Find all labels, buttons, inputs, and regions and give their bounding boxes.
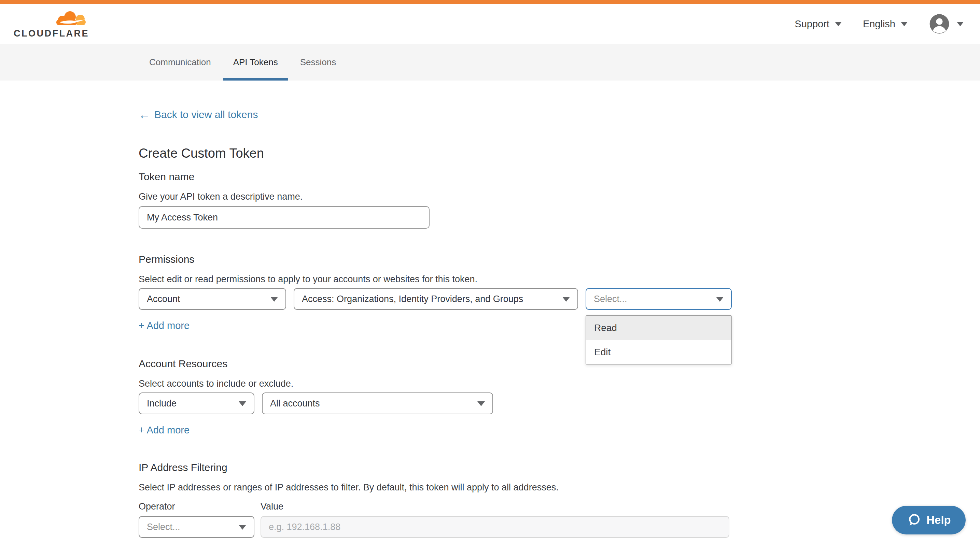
ip-operator-placeholder: Select... <box>147 522 180 532</box>
ip-filtering-labels: Operator Value <box>138 501 980 512</box>
chevron-down-icon <box>477 401 485 406</box>
language-menu[interactable]: English <box>863 18 908 30</box>
permission-level-placeholder: Select... <box>594 294 627 305</box>
ip-filtering-row: Select... <box>138 516 980 538</box>
operator-label: Operator <box>138 501 261 512</box>
menu-item-read[interactable]: Read <box>586 316 732 340</box>
header-nav: Support English <box>795 13 964 35</box>
menu-item-read-label: Read <box>594 322 617 333</box>
active-tab-underline <box>223 78 288 81</box>
back-link-row: ← Back to view all tokens <box>138 108 980 121</box>
tab-communication-label: Communication <box>149 57 211 68</box>
chevron-down-icon <box>716 297 724 302</box>
menu-item-edit[interactable]: Edit <box>586 340 732 364</box>
ip-operator-select[interactable]: Select... <box>138 516 255 538</box>
cloudflare-create-token-page: CLOUDFLARE Support English Comm <box>0 0 980 544</box>
token-name-description: Give your API token a descriptive name. <box>138 191 980 202</box>
permission-level-menu: Read Edit <box>585 316 732 365</box>
support-menu[interactable]: Support <box>795 18 842 30</box>
cloudflare-cloud-icon <box>53 9 88 29</box>
value-label: Value <box>261 501 283 512</box>
chevron-down-icon <box>270 297 278 302</box>
permissions-description: Select edit or read permissions to apply… <box>138 274 980 285</box>
profile-tabbar: Communication API Tokens Sessions <box>0 44 980 81</box>
resource-accounts-select[interactable]: All accounts <box>262 392 493 414</box>
main-content: ← Back to view all tokens Create Custom … <box>0 108 980 538</box>
account-resources-select-row: Include All accounts <box>138 392 980 414</box>
ip-filtering-heading: IP Address Filtering <box>138 462 980 474</box>
account-resources-add-more-link[interactable]: + Add more <box>138 424 189 436</box>
account-resources-heading: Account Resources <box>138 358 980 370</box>
permission-level-select[interactable]: Select... <box>585 288 732 310</box>
tab-api-tokens-label: API Tokens <box>233 57 278 68</box>
cloudflare-logo[interactable]: CLOUDFLARE <box>14 9 89 39</box>
language-menu-label: English <box>863 18 895 30</box>
tab-sessions-label: Sessions <box>300 57 336 68</box>
chevron-down-icon <box>239 525 246 530</box>
page-title: Create Custom Token <box>138 145 980 161</box>
header: CLOUDFLARE Support English <box>0 4 980 44</box>
token-name-input[interactable] <box>138 206 430 228</box>
user-avatar-icon <box>929 13 950 35</box>
permission-group-value: Access: Organizations, Identity Provider… <box>302 294 523 305</box>
chevron-down-icon <box>957 22 964 26</box>
back-to-tokens-link[interactable]: ← Back to view all tokens <box>138 108 258 121</box>
resource-accounts-value: All accounts <box>270 398 320 409</box>
permission-scope-select[interactable]: Account <box>138 288 286 310</box>
tab-sessions[interactable]: Sessions <box>290 44 347 81</box>
menu-item-edit-label: Edit <box>594 347 611 358</box>
chevron-down-icon <box>835 22 842 26</box>
tab-api-tokens[interactable]: API Tokens <box>223 44 288 81</box>
permissions-heading: Permissions <box>138 253 980 265</box>
help-button-label: Help <box>926 514 951 527</box>
permissions-add-more-link[interactable]: + Add more <box>138 319 189 332</box>
tab-communication[interactable]: Communication <box>139 44 221 81</box>
account-menu[interactable] <box>929 13 964 35</box>
ip-filtering-description: Select IP addresses or ranges of IP addr… <box>138 482 980 493</box>
chevron-down-icon <box>239 401 246 406</box>
back-link-label: Back to view all tokens <box>154 108 258 121</box>
resource-mode-value: Include <box>147 398 177 409</box>
chat-bubble-icon <box>907 513 921 527</box>
resource-mode-select[interactable]: Include <box>138 392 255 414</box>
help-button[interactable]: Help <box>892 506 966 534</box>
back-arrow-icon: ← <box>138 108 150 121</box>
account-resources-description: Select accounts to include or exclude. <box>138 378 980 389</box>
cloudflare-wordmark: CLOUDFLARE <box>14 29 89 39</box>
chevron-down-icon <box>562 297 570 302</box>
permission-group-select[interactable]: Access: Organizations, Identity Provider… <box>294 288 578 310</box>
permissions-select-row: Account Access: Organizations, Identity … <box>138 288 980 310</box>
chevron-down-icon <box>901 22 908 26</box>
top-orange-bar <box>0 0 980 4</box>
ip-value-input[interactable] <box>261 516 729 538</box>
token-name-heading: Token name <box>138 171 980 183</box>
permission-scope-value: Account <box>147 294 180 305</box>
support-menu-label: Support <box>795 18 829 30</box>
